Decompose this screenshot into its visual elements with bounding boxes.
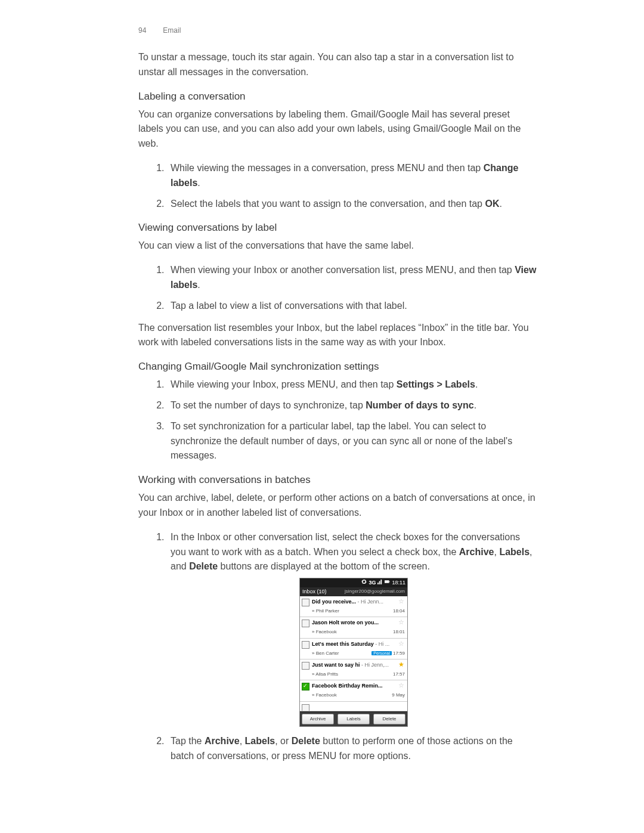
intro-paragraph: To unstar a message, touch its star agai…: [138, 50, 537, 80]
heading-working: Working with conversations in batches: [138, 474, 537, 486]
checkbox[interactable]: [302, 683, 309, 690]
list-item: To set synchronization for a particular …: [167, 419, 537, 463]
sender-name: » Facebook: [312, 692, 337, 699]
list-item: Tap a label to view a list of conversati…: [167, 299, 537, 314]
inbox-titlebar: Inbox (10) jsinger200@googlemail.com: [300, 587, 407, 596]
list-item: When viewing your Inbox or another conve…: [167, 263, 537, 293]
batch-button-bar: Archive Labels Delete: [300, 711, 407, 726]
viewing-after-paragraph: The conversation list resembles your Inb…: [138, 321, 537, 351]
list-item: To set the number of days to synchronize…: [167, 398, 537, 413]
timestamp: 18:01: [393, 629, 405, 634]
subject-line: Jason Holt wrote on you...: [312, 619, 405, 627]
meta-line: » Ben CarterPersonal17:59: [312, 650, 405, 657]
section-title: Email: [163, 26, 181, 35]
svg-rect-1: [389, 581, 390, 582]
conversation-row[interactable]: ★Just want to say hi - Hi Jenn,...» Alis…: [300, 659, 407, 680]
meta-line: » Facebook9 May: [312, 692, 405, 699]
battery-icon: [385, 579, 390, 587]
sender-name: » Ben Carter: [312, 650, 339, 657]
sender-name: » Facebook: [312, 628, 337, 636]
list-item: Select the labels that you want to assig…: [167, 197, 537, 212]
meta-line: » Alisa Pritts17:57: [312, 671, 405, 678]
sync-icon: [361, 579, 367, 587]
timestamp: 18:04: [393, 608, 405, 614]
checkbox[interactable]: [302, 599, 309, 606]
star-icon[interactable]: ☆: [398, 618, 405, 625]
status-time: 18:11: [392, 579, 405, 587]
checkbox[interactable]: [302, 662, 309, 670]
phone-screenshot: 3G 18:11 Inbox (10) jsinger200@googlemai…: [299, 578, 408, 727]
labels-button[interactable]: Labels: [338, 714, 370, 724]
heading-viewing: Viewing conversations by label: [138, 222, 537, 234]
changing-steps: While viewing your Inbox, press MENU, an…: [138, 377, 537, 463]
checkbox[interactable]: [302, 641, 309, 649]
timestamp: 17:57: [393, 671, 405, 677]
list-item: In the Inbox or other conversation list,…: [167, 530, 537, 727]
sender-name: » Alisa Pritts: [312, 671, 338, 678]
conversation-list: ☆Did you receive... - Hi Jenn...» Phil P…: [300, 596, 407, 711]
delete-button[interactable]: Delete: [373, 714, 405, 724]
heading-changing: Changing Gmail/Google Mail synchronizati…: [138, 361, 537, 373]
meta-line: » Phil Parker18:04: [312, 608, 405, 615]
working-steps: In the Inbox or other conversation list,…: [138, 530, 537, 764]
timestamp: 17:59: [393, 651, 405, 656]
archive-button[interactable]: Archive: [302, 714, 334, 724]
document-content: 94 Email To unstar a message, touch its …: [138, 26, 537, 770]
star-icon[interactable]: ☆: [398, 597, 405, 605]
viewing-steps: When viewing your Inbox or another conve…: [138, 263, 537, 313]
labeling-steps: While viewing the messages in a conversa…: [138, 161, 537, 211]
timestamp: 9 May: [392, 692, 405, 698]
star-icon[interactable]: ☆: [398, 640, 405, 647]
page-header: 94 Email: [138, 26, 537, 35]
status-bar: 3G 18:11: [300, 578, 407, 587]
meta-line: » Facebook18:01: [312, 628, 405, 636]
conversation-row[interactable]: ☆Did you receive... - Hi Jenn...» Phil P…: [300, 596, 407, 617]
checkbox[interactable]: [302, 704, 309, 711]
conversation-row[interactable]: ☆Let's meet this Saturday - Hi ...» Ben …: [300, 639, 407, 659]
star-icon[interactable]: ★: [398, 661, 405, 668]
labeling-paragraph: You can organize conversations by labeli…: [138, 107, 537, 151]
inbox-title: Inbox (10): [302, 588, 327, 596]
sender-name: » Phil Parker: [312, 608, 339, 615]
label-tag: Personal: [371, 651, 392, 655]
subject-line: Just want to say hi - Hi Jenn,...: [312, 661, 405, 670]
checkbox[interactable]: [302, 620, 309, 627]
conversation-row[interactable]: ☆Facebook Birthday Remin...» Facebook9 M…: [300, 680, 407, 701]
network-type: 3G: [369, 579, 376, 587]
viewing-paragraph: You can view a list of the conversations…: [138, 239, 537, 253]
subject-line: Facebook Birthday Remin...: [312, 682, 405, 690]
list-item: Tap the Archive, Labels, or Delete butto…: [167, 734, 537, 764]
subject-line: Did you receive... - Hi Jenn...: [312, 598, 405, 606]
working-paragraph: You can archive, label, delete, or perfo…: [138, 491, 537, 521]
list-item: While viewing the messages in a conversa…: [167, 161, 537, 191]
list-item: While viewing your Inbox, press MENU, an…: [167, 377, 537, 392]
heading-labeling: Labeling a conversation: [138, 91, 537, 103]
subject-line: Let's meet this Saturday - Hi ...: [312, 640, 405, 649]
signal-icon: [377, 579, 383, 587]
conversation-row-partial: [300, 702, 407, 711]
account-email: jsinger200@googlemail.com: [345, 588, 405, 595]
star-icon[interactable]: ☆: [398, 682, 405, 689]
conversation-row[interactable]: ☆Jason Holt wrote on you...» Facebook18:…: [300, 617, 407, 638]
svg-rect-0: [385, 580, 389, 583]
page-number: 94: [138, 26, 154, 35]
